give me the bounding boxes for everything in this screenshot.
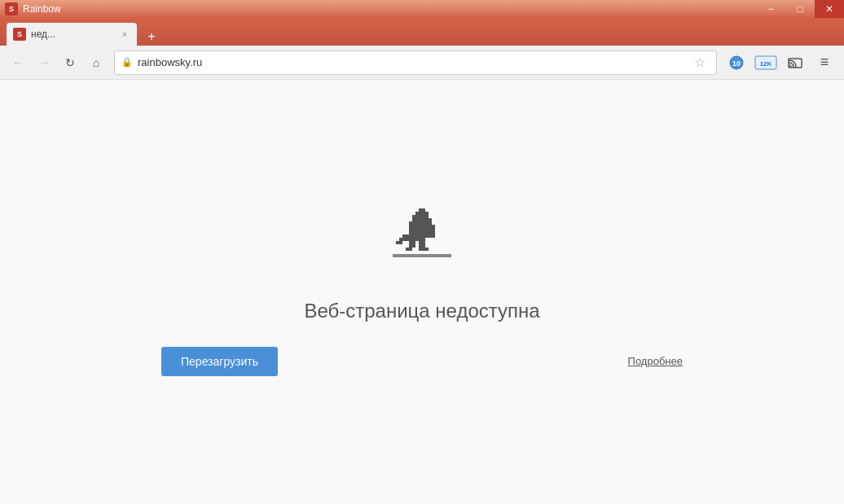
minimize-button[interactable]: − xyxy=(756,0,785,18)
svg-rect-20 xyxy=(409,241,415,244)
reload-page-button[interactable]: Перезагрузить xyxy=(161,347,278,376)
extension1-button[interactable]: 10 xyxy=(723,50,749,76)
buttons-row: Перезагрузить Подробнее xyxy=(161,347,683,376)
toolbar-extension-icons: 10 12K ≡ xyxy=(723,50,837,76)
reload-button[interactable]: ↻ xyxy=(59,51,81,74)
dino-container xyxy=(393,208,451,267)
titlebar: S Rainbow − □ ✕ xyxy=(0,0,844,18)
lock-icon: 🔒 xyxy=(121,57,133,68)
svg-rect-10 xyxy=(409,225,435,228)
svg-rect-22 xyxy=(409,244,415,248)
svg-rect-18 xyxy=(399,238,406,241)
home-button[interactable]: ⌂ xyxy=(85,51,108,74)
close-button[interactable]: ✕ xyxy=(815,0,844,18)
svg-rect-6 xyxy=(415,212,429,215)
dinosaur-icon xyxy=(393,208,451,267)
svg-text:10: 10 xyxy=(732,59,741,68)
svg-rect-8 xyxy=(412,218,432,221)
svg-rect-26 xyxy=(393,254,451,257)
error-page: Веб-страница недоступна Перезагрузить По… xyxy=(0,80,844,504)
titlebar-favicon: S xyxy=(5,2,18,15)
svg-rect-24 xyxy=(406,248,412,251)
error-title: Веб-страница недоступна xyxy=(304,300,539,322)
menu-button[interactable]: ≡ xyxy=(811,50,837,76)
url-input[interactable] xyxy=(138,56,685,68)
titlebar-title: Rainbow xyxy=(23,3,61,15)
tab-close-button[interactable]: × xyxy=(119,28,130,40)
svg-rect-7 xyxy=(412,215,429,218)
svg-rect-23 xyxy=(419,244,425,248)
bookmark-star-icon[interactable]: ☆ xyxy=(690,53,710,72)
titlebar-controls: − □ ✕ xyxy=(756,0,844,18)
new-tab-button[interactable]: + xyxy=(140,28,163,46)
address-bar[interactable]: 🔒 ☆ xyxy=(114,50,717,75)
svg-rect-13 xyxy=(406,234,429,238)
forward-button[interactable]: → xyxy=(33,51,55,74)
extension1-icon: 10 xyxy=(728,55,745,71)
extension2-button[interactable]: 12K xyxy=(753,50,779,76)
titlebar-left: S Rainbow xyxy=(5,2,61,15)
toolbar: ← → ↻ ⌂ 🔒 ☆ 10 12K xyxy=(0,46,844,80)
svg-rect-9 xyxy=(409,221,432,225)
extension2-icon: 12K xyxy=(754,55,777,71)
details-link[interactable]: Подробнее xyxy=(628,355,683,367)
svg-text:12K: 12K xyxy=(760,60,772,68)
tab-favicon: S xyxy=(13,28,26,41)
svg-rect-19 xyxy=(396,241,402,244)
svg-rect-14 xyxy=(406,238,425,241)
active-tab[interactable]: S нед... × xyxy=(7,23,137,46)
svg-rect-16 xyxy=(429,234,435,238)
maximize-button[interactable]: □ xyxy=(785,0,815,18)
svg-rect-11 xyxy=(429,215,432,218)
svg-rect-21 xyxy=(419,241,425,244)
svg-rect-25 xyxy=(419,248,429,251)
tabbar: S нед... × + xyxy=(0,18,844,46)
tab-title: нед... xyxy=(31,28,114,40)
svg-rect-5 xyxy=(419,208,425,212)
svg-rect-17 xyxy=(402,234,409,238)
cast-icon xyxy=(787,55,803,71)
cast-button[interactable] xyxy=(782,50,808,76)
back-button[interactable]: ← xyxy=(7,51,29,74)
svg-rect-15 xyxy=(422,231,432,234)
